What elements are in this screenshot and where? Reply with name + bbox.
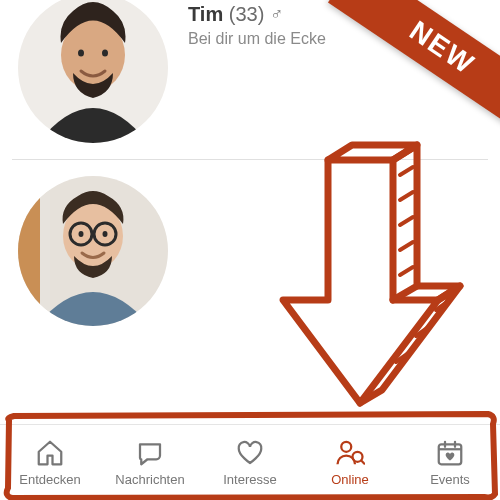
chat-icon <box>135 438 165 468</box>
svg-point-15 <box>341 442 351 452</box>
profile-name-line: Tim (33) ♂ <box>188 3 326 26</box>
svg-point-5 <box>102 50 108 57</box>
svg-line-29 <box>396 352 410 362</box>
svg-point-14 <box>103 231 108 237</box>
tab-label: Entdecken <box>19 472 80 487</box>
profile-distance: Bei dir um die Ecke <box>188 30 326 48</box>
tab-entdecken[interactable]: Entdecken <box>0 425 100 500</box>
profile-age: (33) <box>229 3 265 25</box>
tab-interesse[interactable]: Interesse <box>200 425 300 500</box>
gender-icon: ♂ <box>270 4 284 24</box>
tab-label: Online <box>331 472 369 487</box>
svg-point-13 <box>79 231 84 237</box>
home-icon <box>35 438 65 468</box>
profile-meta: Tim (33) ♂ Bei dir um die Ecke <box>168 0 326 48</box>
tab-events[interactable]: Events <box>400 425 500 500</box>
avatar[interactable] <box>18 0 168 143</box>
svg-point-4 <box>78 50 84 57</box>
avatar[interactable] <box>18 176 168 326</box>
svg-line-17 <box>361 461 364 464</box>
tab-label: Nachrichten <box>115 472 184 487</box>
profile-name: Tim <box>188 3 223 25</box>
calendar-icon <box>435 438 465 468</box>
heart-icon <box>235 438 265 468</box>
tab-label: Events <box>430 472 470 487</box>
online-icon <box>335 438 365 468</box>
profile-row[interactable] <box>0 160 500 342</box>
svg-rect-7 <box>18 176 40 326</box>
tab-label: Interesse <box>223 472 276 487</box>
svg-rect-8 <box>40 176 50 326</box>
tab-online[interactable]: Online <box>300 425 400 500</box>
tab-nachrichten[interactable]: Nachrichten <box>100 425 200 500</box>
tab-bar: Entdecken Nachrichten Interesse Online E… <box>0 424 500 500</box>
